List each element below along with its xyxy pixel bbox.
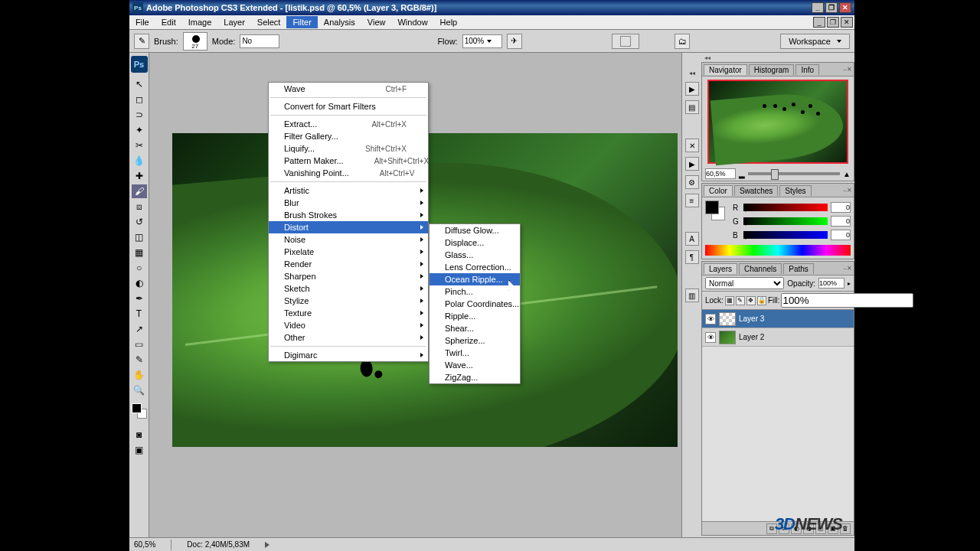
dodge-tool[interactable]: ◐ [132, 276, 147, 290]
airbrush-toggle[interactable]: ✈ [507, 34, 522, 49]
navigator-thumbnail[interactable] [707, 80, 848, 164]
zoom-in-icon[interactable]: ▲ [843, 170, 851, 178]
distort-zigzag[interactable]: ZigZag... [430, 371, 520, 383]
filter-cat-noise[interactable]: Noise [269, 233, 428, 246]
tab-histogram[interactable]: Histogram [749, 64, 795, 75]
healing-tool[interactable]: ✚ [132, 169, 147, 183]
color-panel-menu-icon[interactable]: –✕ [837, 187, 852, 194]
zoom-out-icon[interactable]: ▂ [739, 170, 745, 178]
foreground-background-swatch[interactable] [132, 403, 147, 419]
history-brush-tool[interactable]: ↺ [132, 215, 147, 229]
lock-transparency-icon[interactable]: ▦ [725, 296, 734, 305]
filter-cat-sharpen[interactable]: Sharpen [269, 270, 428, 282]
filter-cat-blur[interactable]: Blur [269, 197, 428, 209]
distort-displace[interactable]: Displace... [430, 236, 520, 249]
gradient-tool[interactable]: ▦ [132, 246, 147, 259]
menu-analysis[interactable]: Analysis [318, 16, 361, 28]
close-button[interactable]: ✕ [839, 2, 851, 13]
b-slider[interactable] [743, 231, 828, 239]
fill-input[interactable] [781, 293, 913, 308]
menu-help[interactable]: Help [434, 16, 464, 28]
file-browser-icon[interactable] [620, 36, 631, 47]
layer-item-layer3[interactable]: 👁 Layer 3 [702, 310, 854, 328]
doc-restore-button[interactable]: ❐ [827, 17, 839, 28]
dock-layers-icon[interactable]: ≡ [685, 194, 699, 207]
filter-cat-video[interactable]: Video [269, 319, 428, 331]
doc-minimize-button[interactable]: _ [813, 17, 825, 28]
distort-ripple[interactable]: Ripple... [430, 310, 520, 322]
filter-pattern-maker[interactable]: Pattern Maker...Alt+Shift+Ctrl+X [269, 155, 428, 167]
tab-styles[interactable]: Styles [779, 185, 811, 196]
filter-convert-smart[interactable]: Convert for Smart Filters [269, 100, 428, 112]
opacity-input[interactable] [818, 278, 844, 289]
menu-layer[interactable]: Layer [217, 16, 251, 28]
pen-tool[interactable]: ✒ [132, 292, 147, 305]
r-input[interactable] [831, 202, 851, 213]
dock-tool-presets-icon[interactable]: ⚙ [685, 175, 699, 189]
distort-polar-coordinates[interactable]: Polar Coordinates... [430, 298, 520, 310]
filter-cat-artistic[interactable]: Artistic [269, 184, 428, 197]
zoom-tool[interactable]: 🔍 [132, 383, 147, 397]
filter-cat-sketch[interactable]: Sketch [269, 282, 428, 295]
g-slider[interactable] [743, 217, 828, 225]
color-swatch-pair[interactable] [705, 201, 725, 220]
maximize-button[interactable]: ❐ [825, 2, 838, 13]
distort-shear[interactable]: Shear... [430, 322, 520, 334]
distort-wave[interactable]: Wave... [430, 359, 520, 371]
brush-tool[interactable]: 🖌 [132, 184, 147, 198]
minimize-button[interactable]: _ [812, 2, 824, 13]
tab-color[interactable]: Color [704, 185, 733, 196]
b-input[interactable] [831, 230, 851, 240]
distort-lens-correction[interactable]: Lens Correction... [430, 261, 520, 273]
tool-preset-picker[interactable]: ✎ [134, 34, 149, 49]
visibility-toggle-icon[interactable]: 👁 [705, 332, 716, 343]
layer-thumbnail[interactable] [719, 331, 736, 344]
g-input[interactable] [831, 216, 851, 227]
filter-gallery[interactable]: Filter Gallery... [269, 130, 428, 142]
filter-cat-distort[interactable]: Distort [269, 221, 428, 233]
screenmode-toggle[interactable]: ▣ [132, 443, 147, 457]
shape-tool[interactable]: ▭ [132, 337, 147, 351]
navigator-zoom-slider[interactable] [748, 172, 840, 175]
path-tool[interactable]: ↗ [132, 322, 147, 336]
wand-tool[interactable]: ✦ [132, 123, 147, 137]
dock-navigator-icon[interactable]: ▶ [685, 82, 699, 96]
status-arrow-icon[interactable] [265, 542, 270, 548]
mode-select[interactable]: No [240, 34, 279, 48]
filter-cat-pixelate[interactable]: Pixelate [269, 246, 428, 258]
color-spectrum[interactable] [705, 245, 851, 256]
stamp-tool[interactable]: ⧇ [132, 200, 147, 214]
crop-tool[interactable]: ✂ [132, 139, 147, 152]
marquee-tool[interactable]: ◻ [132, 93, 147, 106]
notes-tool[interactable]: ✎ [132, 353, 147, 367]
lock-position-icon[interactable]: ✥ [746, 296, 756, 305]
dock-character-icon[interactable]: A [685, 232, 699, 246]
quickmask-toggle[interactable]: ◙ [132, 428, 147, 442]
navigator-zoom-input[interactable] [705, 168, 736, 179]
palette-toggle-icon[interactable]: 🗂 [675, 34, 690, 49]
distort-twirl[interactable]: Twirl... [430, 347, 520, 359]
menu-filter[interactable]: Filter [286, 16, 317, 28]
filter-cat-stylize[interactable]: Stylize [269, 295, 428, 307]
menu-select[interactable]: Select [251, 16, 287, 28]
move-tool[interactable]: ↖ [132, 77, 147, 91]
dock-paragraph-icon[interactable]: ¶ [685, 250, 699, 264]
dock-actions-icon[interactable]: ▶ [685, 157, 699, 171]
tab-paths[interactable]: Paths [783, 263, 814, 274]
tab-navigator[interactable]: Navigator [704, 64, 747, 75]
menu-edit[interactable]: Edit [155, 16, 182, 28]
brush-picker[interactable] [183, 32, 207, 51]
eraser-tool[interactable]: ◫ [132, 230, 147, 244]
filter-cat-texture[interactable]: Texture [269, 307, 428, 319]
filter-last[interactable]: WaveCtrl+F [269, 83, 428, 95]
dock-history-icon[interactable]: ✕ [685, 139, 699, 152]
layer-item-layer2[interactable]: 👁 Layer 2 [702, 328, 854, 347]
distort-pinch[interactable]: Pinch... [430, 285, 520, 298]
type-tool[interactable]: T [132, 307, 147, 321]
menu-file[interactable]: File [129, 16, 155, 28]
distort-glass[interactable]: Glass... [430, 249, 520, 261]
layer-thumbnail[interactable] [719, 312, 736, 326]
dock-layer-comps-icon[interactable]: ▥ [685, 289, 699, 302]
lasso-tool[interactable]: ⊃ [132, 108, 147, 122]
filter-vanishing-point[interactable]: Vanishing Point...Alt+Ctrl+V [269, 167, 428, 179]
